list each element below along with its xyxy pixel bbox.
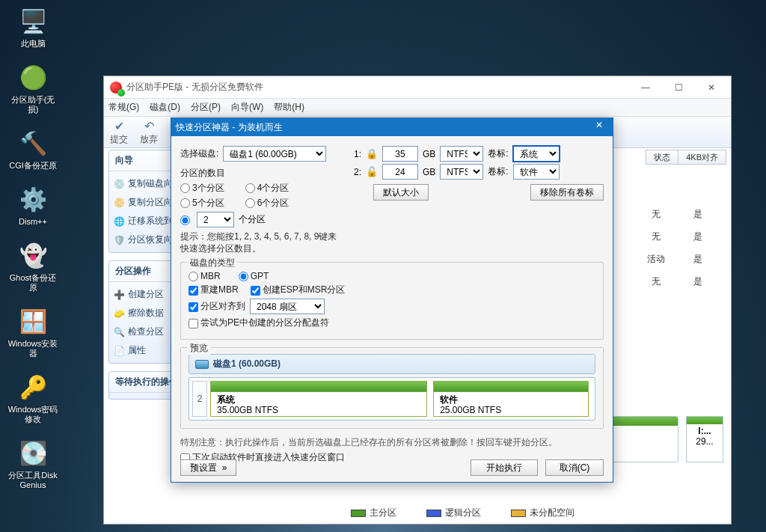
- desktop-icon-4[interactable]: 👻Ghost备份还原: [6, 240, 60, 293]
- part-index: 2:: [351, 167, 361, 177]
- right-rows: 无是无是活动是无是: [632, 202, 717, 293]
- size-input-1[interactable]: [382, 164, 418, 180]
- close-button[interactable]: ✕: [695, 77, 728, 98]
- desktop-icon-label: Windows密码修改: [6, 405, 60, 424]
- pane-item-icon: 💿: [114, 179, 124, 189]
- align-select[interactable]: 2048 扇区: [250, 299, 325, 314]
- lock-icon[interactable]: 🔒: [366, 148, 378, 159]
- desktop-icon-label: Ghost备份还原: [6, 273, 60, 293]
- remove-labels-button[interactable]: 移除所有卷标: [530, 184, 604, 201]
- radio-mbr[interactable]: MBR: [189, 271, 221, 281]
- preview-part-2[interactable]: 软件25.00GB NTFS: [433, 381, 589, 417]
- cell-status-0: 无: [634, 204, 678, 224]
- check-align[interactable]: 分区对齐到: [189, 300, 245, 313]
- menubar[interactable]: 常规(G)磁盘(D)分区(P)向导(W)帮助(H): [104, 99, 731, 117]
- radio-3[interactable]: 3个分区: [180, 182, 224, 195]
- vol-select-1[interactable]: 软件: [513, 164, 560, 180]
- select-disk-label: 选择磁盘:: [180, 147, 218, 160]
- pane-item-icon: ➕: [114, 290, 124, 300]
- check-rebuild-mbr[interactable]: 重建MBR: [189, 284, 239, 296]
- menu-item-3[interactable]: 向导(W): [231, 101, 263, 114]
- fs-select-0[interactable]: NTFS: [440, 146, 483, 162]
- col-4kb[interactable]: 4KB对齐: [678, 150, 726, 165]
- desktop-icon-label: CGI备份还原: [6, 161, 60, 171]
- drive-card[interactable]: I:... 29...: [686, 416, 723, 462]
- pane-item-label: 擦除数据: [128, 307, 164, 319]
- menu-item-1[interactable]: 磁盘(D): [150, 101, 180, 114]
- start-button[interactable]: 开始执行: [471, 459, 538, 476]
- custom-suffix: 个分区: [239, 213, 266, 226]
- disk-type-label: 磁盘的类型: [187, 257, 238, 269]
- check-assign-letter[interactable]: 尝试为PE中创建的分区分配盘符: [189, 317, 329, 329]
- lock-icon[interactable]: 🔓: [366, 166, 378, 177]
- pane-item-icon: 🧽: [114, 308, 124, 319]
- preset-button[interactable]: 预设置 »: [180, 459, 236, 476]
- tool-icon: ✔: [114, 119, 124, 133]
- custom-count-select[interactable]: 2: [197, 212, 234, 227]
- pane-item-icon: 🌐: [114, 216, 124, 227]
- partition-count-label: 分区的数目: [180, 168, 225, 178]
- radio-custom[interactable]: [180, 214, 192, 224]
- pane-item-icon: 🔍: [114, 327, 124, 337]
- app-glyph-icon: ⚙️: [18, 184, 48, 214]
- desktop-icon-label: Dism++: [6, 217, 60, 227]
- desktop-icons: 🖥️此电脑🟢分区助手(无损)🔨CGI备份还原⚙️Dism++👻Ghost备份还原…: [6, 6, 60, 504]
- drive-name: I:...: [698, 426, 711, 436]
- select-disk-dropdown[interactable]: 磁盘1 (60.00GB): [223, 146, 326, 162]
- partition-row-0: 1:🔒GBNTFS卷标:系统: [351, 146, 604, 162]
- dialog-title: 快速分区神器 - 为装机而生: [176, 121, 590, 134]
- default-size-button[interactable]: 默认大小: [373, 184, 429, 201]
- desktop-icon-7[interactable]: 💽分区工具DiskGenius: [6, 438, 60, 490]
- unit-label: GB: [423, 167, 435, 177]
- fs-select-1[interactable]: NTFS: [440, 164, 483, 180]
- preview-part-1[interactable]: 系统35.00GB NTFS: [210, 381, 427, 417]
- drive-size: 29...: [696, 436, 713, 447]
- app-glyph-icon: 💽: [18, 438, 48, 468]
- desktop-icon-0[interactable]: 🖥️此电脑: [6, 6, 60, 49]
- radio-gpt[interactable]: GPT: [239, 271, 269, 281]
- desktop-icon-1[interactable]: 🟢分区助手(无损): [6, 62, 60, 114]
- size-input-0[interactable]: [382, 146, 418, 162]
- cell-4kb-3: 是: [680, 271, 716, 292]
- unit-label: GB: [423, 149, 435, 159]
- desktop-icon-5[interactable]: 🪟Windows安装器: [6, 306, 60, 358]
- radio-4[interactable]: 4个分区: [245, 182, 289, 195]
- app-icon: [110, 82, 122, 94]
- disk-type-group: 磁盘的类型 MBR GPT 重建MBR 创建ESP和MSR分区 分区对齐到 20…: [180, 262, 604, 340]
- cell-status-3: 无: [634, 271, 678, 292]
- cell-4kb-0: 是: [680, 204, 716, 224]
- desktop-icon-label: 分区工具DiskGenius: [6, 471, 60, 490]
- check-create-esp[interactable]: 创建ESP和MSR分区: [251, 284, 346, 296]
- tool-icon: ↶: [144, 119, 154, 133]
- menu-item-4[interactable]: 帮助(H): [274, 101, 304, 114]
- app-glyph-icon: 🪟: [18, 306, 48, 336]
- pane-item-label: 创建分区: [128, 288, 164, 301]
- tool-0[interactable]: ✔提交: [110, 119, 128, 146]
- preview-disk-name: 磁盘1 (60.00GB): [213, 358, 281, 370]
- menu-item-0[interactable]: 常规(G): [108, 101, 139, 114]
- preview-group: 预览 磁盘1 (60.00GB) 2 系统35.00GB NTFS: [180, 347, 604, 429]
- cell-4kb-1: 是: [680, 226, 716, 247]
- legend: 主分区 逻辑分区 未分配空间: [351, 507, 574, 519]
- radio-5[interactable]: 5个分区: [180, 197, 224, 210]
- vol-select-0[interactable]: 系统: [513, 146, 560, 162]
- cancel-button[interactable]: 取消(C): [545, 459, 604, 476]
- partition-row-1: 2:🔓GBNTFS卷标:软件: [351, 164, 604, 180]
- radio-6[interactable]: 6个分区: [245, 197, 289, 210]
- desktop-icon-3[interactable]: ⚙️Dism++: [6, 184, 60, 227]
- menu-item-2[interactable]: 分区(P): [191, 101, 221, 114]
- pane-item-label: 检查分区: [128, 325, 164, 338]
- dialog-titlebar[interactable]: 快速分区神器 - 为装机而生 ✕: [171, 118, 613, 136]
- minimize-button[interactable]: —: [629, 77, 662, 98]
- app-glyph-icon: 🖥️: [18, 6, 48, 36]
- dialog-close-button[interactable]: ✕: [590, 120, 608, 135]
- desktop-icon-2[interactable]: 🔨CGI备份还原: [6, 128, 60, 171]
- tool-1[interactable]: ↶放弃: [140, 119, 158, 146]
- maximize-button[interactable]: ☐: [662, 77, 695, 98]
- titlebar[interactable]: 分区助手PE版 - 无损分区免费软件 — ☐ ✕: [104, 76, 731, 99]
- warning-text: 特别注意：执行此操作后，当前所选磁盘上已经存在的所有分区将被删除！按回车键开始分…: [180, 436, 604, 449]
- preview-label: 预览: [187, 342, 211, 355]
- pane-item-icon: 🛡️: [114, 235, 124, 245]
- col-status[interactable]: 状态: [646, 150, 678, 165]
- desktop-icon-6[interactable]: 🔑Windows密码修改: [6, 372, 60, 424]
